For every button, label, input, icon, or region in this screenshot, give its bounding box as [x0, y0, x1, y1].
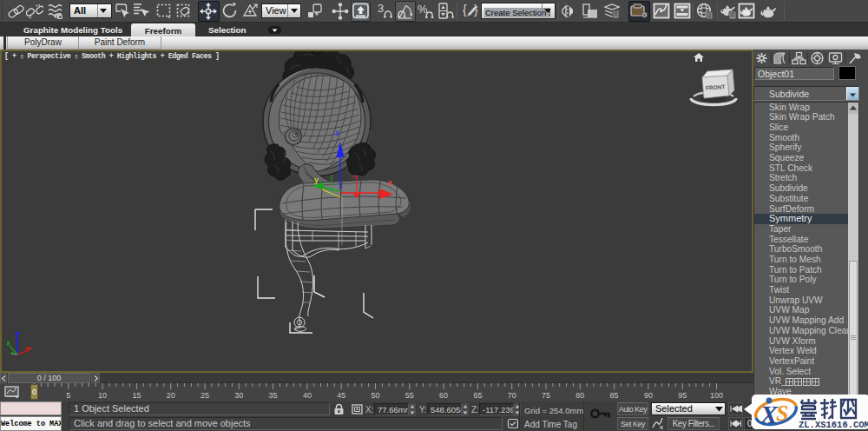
- svg-text:y: y: [314, 176, 319, 184]
- svg-text:90: 90: [644, 391, 653, 400]
- svg-text:70: 70: [508, 391, 516, 400]
- svg-text:75: 75: [542, 391, 550, 400]
- svg-text:5: 5: [66, 391, 70, 400]
- svg-text:{: {: [463, 3, 467, 17]
- svg-text:80: 80: [575, 391, 584, 400]
- svg-text:15: 15: [132, 391, 141, 400]
- svg-text:50: 50: [371, 391, 379, 400]
- svg-text:25: 25: [201, 391, 209, 400]
- svg-text:z: z: [335, 129, 339, 137]
- svg-text:95: 95: [678, 391, 687, 400]
- svg-text:3: 3: [378, 2, 384, 15]
- svg-text:20: 20: [167, 391, 175, 400]
- svg-text:x: x: [388, 178, 392, 187]
- svg-text:S: S: [776, 401, 788, 426]
- svg-text:40: 40: [303, 391, 312, 400]
- svg-text:10: 10: [98, 391, 107, 400]
- svg-text:60: 60: [439, 391, 448, 400]
- svg-text:35: 35: [269, 391, 278, 400]
- svg-text:ZL.XS1616.COM: ZL.XS1616.COM: [799, 420, 868, 430]
- svg-text:30: 30: [234, 391, 243, 400]
- svg-text:100: 100: [710, 391, 723, 400]
- svg-text:45: 45: [337, 391, 345, 400]
- svg-text:55: 55: [405, 391, 414, 400]
- svg-text:85: 85: [610, 391, 619, 400]
- svg-text:65: 65: [473, 391, 482, 400]
